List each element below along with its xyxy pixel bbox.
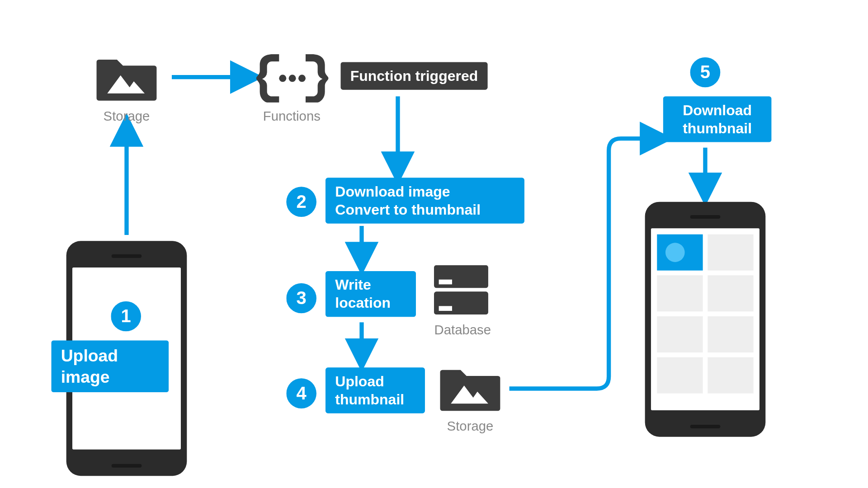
step-1-box: Upload image	[51, 340, 169, 392]
thumbnail-cell	[657, 316, 703, 352]
functions-caption: Functions	[262, 108, 322, 124]
storage-bottom-caption: Storage	[446, 419, 495, 435]
svg-point-8	[289, 75, 296, 82]
thumbnail-cell	[708, 316, 753, 352]
step-2-badge: 2	[286, 187, 316, 217]
step-4-box: Upload thumbnail	[326, 367, 425, 413]
database-caption: Database	[434, 322, 491, 338]
svg-rect-13	[439, 306, 452, 311]
storage-folder-icon	[96, 51, 156, 105]
thumbnail-cell	[657, 357, 703, 394]
database-icon	[434, 265, 488, 319]
storage-top-caption: Storage	[103, 108, 151, 124]
svg-rect-11	[439, 280, 452, 285]
step-2-line2: Convert to thumbnail	[335, 201, 514, 219]
step-3-line2: location	[335, 294, 406, 312]
step-4-line2: thumbnail	[335, 390, 415, 408]
functions-icon	[256, 54, 329, 105]
step-1-badge: 1	[111, 301, 141, 332]
step-3-badge: 3	[286, 283, 316, 314]
step-4-line1: Upload	[335, 372, 415, 390]
svg-point-7	[279, 75, 286, 82]
thumbnail-cell	[657, 275, 703, 311]
step-3-line1: Write	[335, 276, 406, 294]
svg-point-9	[298, 75, 306, 82]
phone-right	[645, 202, 766, 437]
thumbnail-cell	[657, 235, 703, 271]
step-1-label: Upload image	[61, 345, 159, 387]
function-triggered-box: Function triggered	[340, 62, 487, 89]
step-5-badge: 5	[690, 57, 721, 88]
step-4-badge: 4	[286, 378, 316, 408]
svg-rect-12	[434, 291, 488, 314]
thumbnail-cell	[708, 235, 753, 271]
step-2-line1: Download image	[335, 183, 514, 201]
step-5-line1: Download	[673, 101, 762, 119]
step-5-line2: thumbnail	[673, 119, 762, 137]
step-2-box: Download image Convert to thumbnail	[326, 178, 524, 223]
step-3-box: Write location	[326, 271, 416, 317]
storage-folder-icon-bottom	[440, 361, 500, 415]
step-5-box: Download thumbnail	[663, 96, 772, 142]
thumbnail-cell	[708, 357, 753, 394]
svg-rect-10	[434, 265, 488, 288]
thumbnail-cell	[708, 275, 753, 311]
function-triggered-label: Function triggered	[350, 67, 478, 84]
thumbnail-grid	[657, 235, 753, 394]
